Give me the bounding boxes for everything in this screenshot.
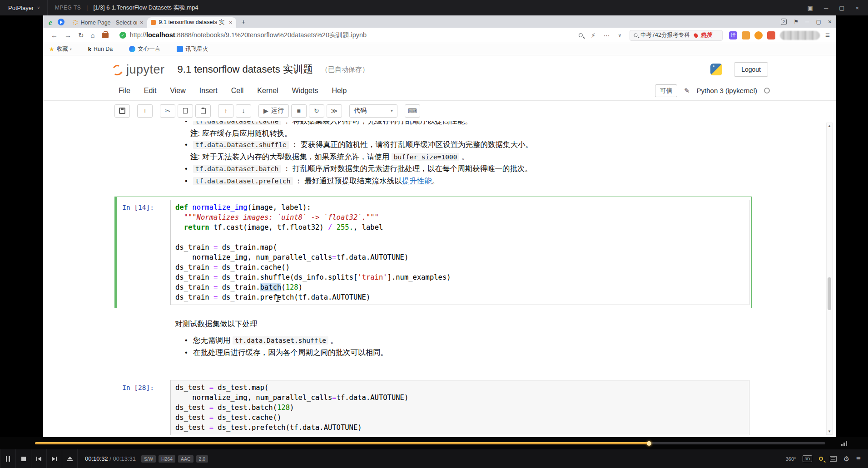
zoom-page-icon[interactable] — [579, 33, 583, 37]
list-item: tf.data.Dataset.cache ： 将数据集装入内存时，先缓存再打乱… — [193, 121, 533, 128]
playlist-icon[interactable] — [830, 456, 837, 462]
bookmark-item[interactable]: 讯飞星火 — [177, 45, 208, 53]
code-editor[interactable]: def normalize_img(image, label): """Norm… — [170, 200, 749, 305]
menu-edit[interactable]: Edit — [144, 87, 157, 95]
scroll-up-icon[interactable]: ▲ — [827, 124, 832, 128]
menu-widgets[interactable]: Widgets — [292, 87, 318, 95]
menu-file[interactable]: File — [119, 87, 130, 95]
bookmark-item[interactable]: 文心一言 — [129, 45, 160, 53]
code-cell-test[interactable]: In [28]: ds_test = ds_test.map( normaliz… — [114, 377, 752, 437]
control-panel-icon[interactable]: ≡ — [856, 454, 861, 463]
scrollbar-thumb[interactable] — [828, 277, 831, 310]
audio-signal-icon[interactable] — [841, 441, 847, 446]
hot-flame-icon — [693, 32, 699, 38]
move-up-button[interactable]: ↑ — [218, 104, 233, 118]
minimize-button[interactable]: ─ — [824, 5, 828, 11]
user-account-blurred[interactable] — [780, 31, 820, 40]
tab-count-badge[interactable]: 2 — [781, 19, 787, 25]
xunfei-icon — [177, 46, 183, 52]
flag-icon[interactable]: ⚑ — [794, 19, 799, 25]
menu-insert[interactable]: Insert — [199, 87, 218, 95]
chevron-down-icon[interactable]: ∨ — [618, 33, 621, 38]
code-cell-train[interactable]: In [14]: def normalize_img(image, label)… — [114, 197, 752, 308]
cell-type-select[interactable]: 代码 ▾ — [349, 104, 397, 118]
interrupt-kernel-button[interactable]: ■ — [291, 104, 307, 118]
reload-icon[interactable]: ↻ — [78, 31, 84, 39]
menu-view[interactable]: View — [170, 87, 185, 95]
cell-prompt: In [14]: — [117, 200, 170, 305]
browser-menu-icon[interactable]: ≡ — [825, 31, 830, 40]
quick-access-icon[interactable] — [58, 19, 64, 25]
code-editor[interactable]: ds_test = ds_test.map( normalize_img, nu… — [170, 380, 749, 435]
stop-button[interactable] — [16, 449, 31, 468]
run-button[interactable]: ▶ 运行 — [258, 104, 289, 118]
search-box[interactable]: 中考742分报考专科 热搜 — [630, 30, 723, 41]
save-button[interactable] — [114, 104, 130, 118]
browser-logo-icon[interactable]: e — [49, 19, 52, 26]
threed-button[interactable]: 3D — [803, 455, 812, 462]
browser-close-button[interactable]: × — [828, 18, 832, 25]
tab-close-icon[interactable]: × — [140, 19, 144, 26]
home-icon[interactable]: ⌂ — [91, 31, 95, 39]
bookmark-favorites[interactable]: 收藏 — [57, 45, 68, 53]
coin-icon[interactable] — [754, 31, 763, 39]
move-down-button[interactable]: ↓ — [236, 104, 251, 118]
search-suggestion: 中考742分报考专科 — [640, 31, 689, 39]
page-scrollbar[interactable]: ▲ ▼ — [826, 123, 833, 435]
fox-extension-icon[interactable] — [767, 31, 775, 39]
menu-help[interactable]: Help — [332, 87, 347, 95]
autosave-status: （已自动保存） — [321, 65, 369, 74]
pause-button[interactable] — [0, 449, 16, 468]
browser-minimize-button[interactable]: ─ — [805, 19, 809, 25]
next-button[interactable] — [47, 449, 62, 468]
notebook-title[interactable]: 9.1 tensorflow datasets 实训题 — [178, 63, 313, 76]
restart-run-all-button[interactable]: ≫ — [327, 104, 342, 118]
command-palette-button[interactable]: ⌨ — [405, 104, 420, 118]
jupyter-logo-icon[interactable] — [111, 64, 123, 75]
stop-icon — [21, 457, 26, 461]
subtitle-search-icon[interactable] — [819, 457, 823, 461]
notebook-content: tf.data.Dataset.cache ： 将数据集装入内存时，先缓存再打乱… — [43, 121, 836, 437]
copy-cell-button[interactable] — [178, 104, 193, 118]
tab-notebook[interactable]: 9.1 tensorflow datasets 实 × — [147, 17, 236, 28]
paste-cell-button[interactable] — [195, 104, 211, 118]
list-item: tf.data.Dataset.shuffle ： 要获得真正的随机性，请将打乱… — [193, 139, 533, 151]
seek-handle[interactable] — [647, 441, 651, 446]
translate-icon[interactable]: 译 — [729, 31, 737, 39]
forward-icon[interactable]: → — [64, 31, 71, 39]
transport-controls — [0, 449, 78, 468]
bookmark-item[interactable]: k Run Da — [88, 46, 113, 53]
rotate-360-button[interactable]: 360° — [786, 456, 796, 462]
open-file-button[interactable] — [62, 449, 78, 468]
pin-icon[interactable]: ▣ — [808, 5, 813, 11]
menu-kernel[interactable]: Kernel — [257, 87, 278, 95]
maximize-button[interactable]: ▢ — [839, 5, 844, 11]
close-button[interactable]: × — [855, 5, 859, 11]
workspace-briefcase-icon[interactable] — [102, 33, 109, 38]
lightning-icon[interactable]: ⚡ — [591, 32, 595, 39]
jupyter-wordmark[interactable]: jupyter — [126, 63, 165, 77]
trusted-badge[interactable]: 可信 — [655, 84, 677, 97]
cut-cell-button[interactable]: ✂ — [160, 104, 175, 118]
logout-button[interactable]: Logout — [734, 62, 768, 77]
seek-bar[interactable] — [35, 442, 825, 444]
floppy-icon — [119, 108, 125, 114]
app-menu-button[interactable]: PotPlayer ∨ — [0, 0, 48, 15]
add-cell-button[interactable]: + — [137, 104, 153, 118]
previous-button[interactable] — [31, 449, 47, 468]
video-area[interactable]: e Home Page - Select or cre × 9.1 tensor… — [0, 15, 868, 437]
address-bar[interactable]: ✓ http://localhost:8888/notebooks/9.1%20… — [119, 31, 367, 39]
browser-maximize-button[interactable]: ▢ — [816, 19, 821, 25]
menu-cell[interactable]: Cell — [231, 87, 244, 95]
title-separator: | — [86, 5, 88, 11]
scroll-down-icon[interactable]: ▼ — [827, 429, 832, 434]
caret-down-icon[interactable]: ▾ — [70, 47, 72, 51]
gear-icon[interactable]: ⚙ — [843, 455, 849, 463]
more-icon[interactable]: ⋯ — [604, 32, 610, 39]
tab-home[interactable]: Home Page - Select or cre × — [69, 17, 147, 28]
shield-badge-icon[interactable] — [742, 31, 750, 39]
new-tab-button[interactable]: + — [242, 18, 246, 25]
back-icon[interactable]: ← — [51, 31, 58, 39]
restart-kernel-button[interactable]: ↻ — [309, 104, 324, 118]
tab-close-icon[interactable]: × — [229, 19, 233, 26]
